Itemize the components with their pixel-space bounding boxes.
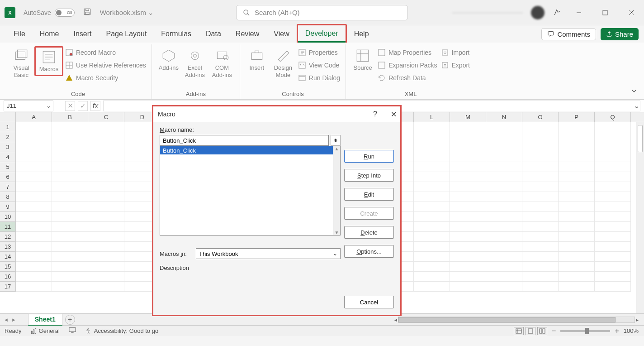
design-mode-button[interactable]: Design Mode bbox=[270, 46, 296, 80]
macro-name-input[interactable] bbox=[160, 135, 329, 146]
run-dialog-button[interactable]: Run Dialog bbox=[296, 72, 342, 84]
cell[interactable] bbox=[52, 152, 88, 162]
column-header[interactable]: A bbox=[16, 112, 52, 122]
cell[interactable] bbox=[414, 202, 450, 212]
toggle-switch[interactable]: Off bbox=[55, 9, 75, 17]
maximize-button[interactable] bbox=[596, 6, 614, 19]
tab-help[interactable]: Help bbox=[347, 25, 376, 43]
cell[interactable] bbox=[88, 182, 124, 192]
cell[interactable] bbox=[16, 242, 52, 252]
cell[interactable] bbox=[595, 192, 631, 202]
tab-review[interactable]: Review bbox=[228, 25, 266, 43]
macro-list-scrollbar[interactable]: ▲ ▼ bbox=[333, 146, 340, 235]
column-header[interactable]: C bbox=[88, 112, 124, 122]
cell[interactable] bbox=[595, 242, 631, 252]
macro-list[interactable]: Button_Click ▲ ▼ bbox=[160, 146, 341, 235]
cell[interactable] bbox=[595, 232, 631, 242]
column-header[interactable]: P bbox=[559, 112, 595, 122]
cell[interactable] bbox=[486, 122, 522, 132]
cell[interactable] bbox=[16, 182, 52, 192]
cell[interactable] bbox=[559, 272, 595, 282]
cell[interactable] bbox=[16, 192, 52, 202]
column-header[interactable]: N bbox=[486, 112, 522, 122]
macros-in-select[interactable]: This Workbook bbox=[196, 248, 341, 259]
cell[interactable] bbox=[559, 232, 595, 242]
cell[interactable] bbox=[450, 262, 486, 272]
cell[interactable] bbox=[52, 122, 88, 132]
row-header[interactable]: 8 bbox=[0, 192, 16, 202]
cell[interactable] bbox=[52, 282, 88, 292]
cell[interactable] bbox=[16, 222, 52, 232]
select-all-corner[interactable] bbox=[0, 112, 16, 122]
normal-view-button[interactable] bbox=[514, 327, 524, 335]
cell[interactable] bbox=[450, 182, 486, 192]
collapse-ribbon-button[interactable] bbox=[630, 87, 638, 96]
cell[interactable] bbox=[450, 212, 486, 222]
row-header[interactable]: 15 bbox=[0, 262, 16, 272]
row-header[interactable]: 7 bbox=[0, 182, 16, 192]
page-break-view-button[interactable] bbox=[537, 327, 547, 335]
visual-basic-button[interactable]: Visual Basic bbox=[8, 46, 34, 80]
row-header[interactable]: 17 bbox=[0, 282, 16, 292]
cell[interactable] bbox=[52, 202, 88, 212]
cell[interactable] bbox=[559, 122, 595, 132]
cell[interactable] bbox=[16, 262, 52, 272]
cancel-button[interactable]: Cancel bbox=[344, 296, 394, 308]
cell[interactable] bbox=[522, 212, 559, 222]
cell[interactable] bbox=[522, 132, 559, 142]
cell[interactable] bbox=[595, 162, 631, 172]
tab-view[interactable]: View bbox=[266, 25, 296, 43]
add-sheet-button[interactable]: + bbox=[65, 315, 75, 325]
cell[interactable] bbox=[16, 132, 52, 142]
options-button[interactable]: Options... bbox=[344, 245, 394, 258]
cell[interactable] bbox=[522, 252, 559, 262]
cell[interactable] bbox=[52, 182, 88, 192]
cell[interactable] bbox=[559, 182, 595, 192]
cell[interactable] bbox=[52, 262, 88, 272]
cell[interactable] bbox=[450, 192, 486, 202]
excel-addins-button[interactable]: Excel Add-ins bbox=[182, 46, 208, 80]
tab-page-layout[interactable]: Page Layout bbox=[99, 25, 154, 43]
cell[interactable] bbox=[559, 202, 595, 212]
cell[interactable] bbox=[414, 282, 450, 292]
cell[interactable] bbox=[595, 142, 631, 152]
cell[interactable] bbox=[414, 182, 450, 192]
cell[interactable] bbox=[595, 262, 631, 272]
cell[interactable] bbox=[450, 122, 486, 132]
cell[interactable] bbox=[450, 142, 486, 152]
tab-home[interactable]: Home bbox=[33, 25, 66, 43]
column-header[interactable]: O bbox=[522, 112, 559, 122]
cell[interactable] bbox=[595, 282, 631, 292]
cell[interactable] bbox=[486, 202, 522, 212]
cell[interactable] bbox=[414, 272, 450, 282]
zoom-slider[interactable] bbox=[560, 330, 610, 332]
column-header[interactable]: M bbox=[450, 112, 486, 122]
tab-insert[interactable]: Insert bbox=[66, 25, 99, 43]
cell[interactable] bbox=[595, 272, 631, 282]
cell[interactable] bbox=[522, 172, 559, 182]
cell[interactable] bbox=[450, 202, 486, 212]
refresh-data-button[interactable]: Refresh Data bbox=[376, 72, 439, 84]
close-button[interactable] bbox=[622, 6, 640, 19]
cell[interactable] bbox=[522, 192, 559, 202]
cell[interactable] bbox=[486, 152, 522, 162]
expand-formula-bar-button[interactable]: ⌄ bbox=[634, 101, 639, 110]
zoom-value[interactable]: 100% bbox=[624, 327, 639, 334]
cell[interactable] bbox=[522, 182, 559, 192]
cell[interactable] bbox=[450, 152, 486, 162]
cell[interactable] bbox=[414, 172, 450, 182]
cell[interactable] bbox=[414, 192, 450, 202]
dialog-close-button[interactable]: ✕ bbox=[391, 110, 397, 119]
cell[interactable] bbox=[414, 162, 450, 172]
insert-control-button[interactable]: Insert bbox=[244, 46, 270, 73]
horizontal-scrollbar[interactable]: ◄ ► bbox=[393, 316, 639, 323]
macros-button[interactable]: Macros bbox=[36, 48, 62, 75]
row-header[interactable]: 13 bbox=[0, 242, 16, 252]
cell[interactable] bbox=[16, 282, 52, 292]
cell[interactable] bbox=[52, 162, 88, 172]
sheet-nav-left[interactable]: ◄ bbox=[4, 317, 9, 322]
tab-data[interactable]: Data bbox=[199, 25, 228, 43]
use-relative-button[interactable]: Use Relative References bbox=[63, 59, 148, 72]
cell[interactable] bbox=[88, 232, 124, 242]
autosave-toggle[interactable]: AutoSave Off bbox=[24, 9, 75, 17]
